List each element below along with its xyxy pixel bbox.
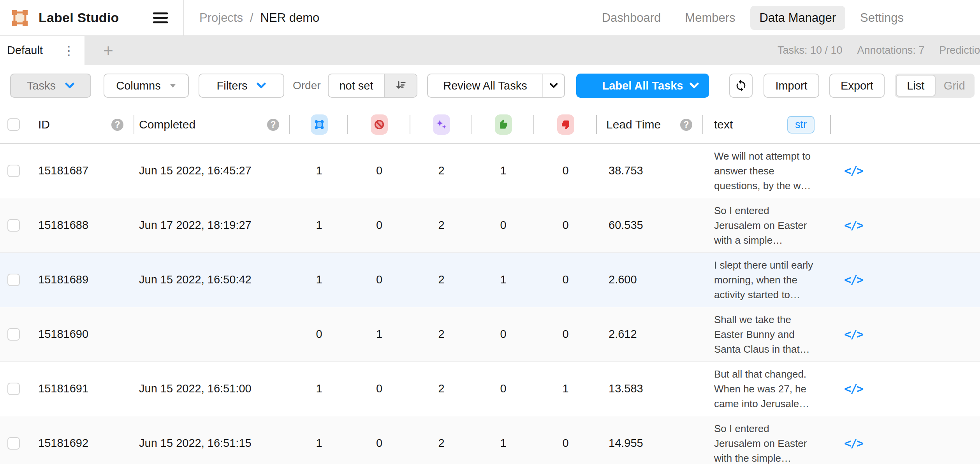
tasks-dropdown-button[interactable]: Tasks (10, 74, 91, 98)
code-icon[interactable]: </> (844, 218, 863, 232)
column-lead-time-label: Lead Time (606, 118, 661, 131)
help-icon[interactable]: ? (111, 119, 123, 131)
review-all-tasks-button[interactable]: Review All Tasks (427, 74, 565, 98)
nav-item-dashboard[interactable]: Dashboard (593, 6, 670, 30)
top-bar: Label Studio Projects / NER demo Dashboa… (0, 0, 980, 36)
row-checkbox-cell (0, 307, 27, 361)
cancelled-annotations-icon (371, 114, 388, 135)
code-icon[interactable]: </> (844, 436, 863, 450)
review-dropdown-caret[interactable] (542, 74, 564, 97)
cell-source: </> (831, 416, 876, 464)
row-checkbox-cell (0, 144, 27, 198)
view-toggle-grid[interactable]: Grid (936, 75, 974, 97)
help-icon[interactable]: ? (680, 119, 692, 131)
column-header-accepted[interactable] (472, 106, 534, 143)
cell-lead-time: 38.753 (597, 144, 703, 198)
code-icon[interactable]: </> (844, 273, 863, 286)
select-all-checkbox[interactable] (7, 118, 20, 131)
sort-direction-button[interactable] (384, 74, 417, 97)
column-header-rejected[interactable] (534, 106, 597, 143)
cell-id: 15181689 (27, 253, 134, 307)
cell-rejected: 0 (534, 307, 597, 361)
column-header-text[interactable]: text str (703, 106, 831, 143)
export-button[interactable]: Export (829, 74, 885, 98)
column-type-badge: str (787, 116, 815, 134)
order-value-button[interactable]: not set (328, 74, 417, 98)
cell-accepted: 0 (472, 362, 534, 416)
view-toggle-list[interactable]: List (896, 75, 936, 97)
row-checkbox[interactable] (7, 437, 20, 450)
chevron-down-icon (549, 83, 558, 88)
select-all-checkbox-cell (0, 106, 27, 143)
column-header-completed[interactable]: Completed ? (134, 106, 290, 143)
column-header-cancelled-annotations[interactable] (348, 106, 410, 143)
table-row[interactable]: 15181690 0 1 2 0 0 2.612 Shall we take t… (0, 307, 980, 362)
cell-cancelled: 1 (348, 307, 410, 361)
cell-lead-time: 13.583 (597, 362, 703, 416)
stat-tasks: Tasks: 10 / 10 (778, 44, 843, 56)
add-view-button[interactable]: + (84, 36, 132, 65)
columns-dropdown-label: Columns (116, 79, 160, 92)
order-label: Order (293, 79, 316, 92)
cell-lead-time: 14.955 (597, 416, 703, 464)
row-checkbox[interactable] (7, 328, 20, 341)
code-icon[interactable]: </> (844, 164, 863, 178)
nav-item-members[interactable]: Members (676, 6, 744, 30)
columns-dropdown-button[interactable]: Columns (104, 74, 189, 98)
row-checkbox[interactable] (7, 383, 20, 395)
nav-item-data-manager[interactable]: Data Manager (750, 6, 845, 30)
filters-dropdown-button[interactable]: Filters (199, 74, 284, 98)
cell-text: But all that changed. When he was 27, he… (703, 362, 831, 416)
filters-dropdown-label: Filters (217, 79, 248, 92)
thumbs-up-icon (495, 114, 512, 135)
column-header-id[interactable]: ID ? (27, 106, 134, 143)
code-icon[interactable]: </> (844, 327, 863, 341)
table-row[interactable]: 15181692 Jun 15 2022, 16:51:15 1 0 2 1 0… (0, 416, 980, 464)
label-all-tasks-button[interactable]: Label All Tasks (576, 74, 709, 98)
column-text-label: text (714, 118, 733, 131)
refresh-button[interactable] (729, 74, 753, 98)
column-header-spacer (876, 106, 980, 143)
table-row[interactable]: 15181687 Jun 15 2022, 16:45:27 1 0 2 1 0… (0, 144, 980, 198)
cell-id: 15181687 (27, 144, 134, 198)
tab-stats: Tasks: 10 / 10 Annotations: 7 Prediction… (778, 36, 980, 65)
cell-accepted: 1 (472, 416, 534, 464)
code-icon[interactable]: </> (844, 382, 863, 395)
column-header-predictions[interactable] (410, 106, 472, 143)
import-button[interactable]: Import (764, 74, 819, 98)
nav-item-settings[interactable]: Settings (851, 6, 913, 30)
cell-annotations: 1 (290, 198, 348, 252)
cell-rejected: 0 (534, 144, 597, 198)
table-row[interactable]: 15181691 Jun 15 2022, 16:51:00 1 0 2 0 1… (0, 362, 980, 416)
stat-predictions: Predictions: 20 (939, 44, 980, 56)
refresh-sync-icon (734, 79, 748, 92)
cell-source: </> (831, 198, 876, 252)
breadcrumb: Projects / NER demo (199, 11, 319, 25)
triangle-down-icon (169, 83, 176, 88)
breadcrumb-projects[interactable]: Projects (199, 11, 243, 25)
tab-default-label: Default (7, 44, 43, 57)
row-checkbox[interactable] (7, 274, 20, 286)
column-header-lead-time[interactable]: Lead Time ? (597, 106, 703, 143)
order-value[interactable]: not set (329, 74, 384, 97)
tab-default[interactable]: Default ⋮ (0, 36, 84, 65)
view-tab-bar: Default ⋮ + Tasks: 10 / 10 Annotations: … (0, 36, 980, 65)
chevron-down-icon (257, 83, 266, 89)
cell-lead-time: 2.612 (597, 307, 703, 361)
cell-source: </> (831, 253, 876, 307)
column-header-annotations[interactable] (290, 106, 348, 143)
tab-options-kebab-icon[interactable]: ⋮ (60, 44, 77, 57)
view-mode-toggle: List Grid (895, 74, 975, 98)
cell-completed: Jun 15 2022, 16:51:15 (134, 416, 290, 464)
cell-accepted: 0 (472, 307, 534, 361)
cell-cancelled: 0 (348, 362, 410, 416)
help-icon[interactable]: ? (267, 119, 279, 131)
label-all-tasks-label: Label All Tasks (602, 79, 683, 92)
cell-predictions: 2 (410, 253, 472, 307)
row-checkbox[interactable] (7, 165, 20, 177)
table-row[interactable]: 15181688 Jun 17 2022, 18:19:27 1 0 2 0 0… (0, 198, 980, 253)
row-checkbox[interactable] (7, 219, 20, 232)
hamburger-menu-icon[interactable] (153, 12, 168, 23)
cell-rejected: 1 (534, 362, 597, 416)
table-row[interactable]: 15181689 Jun 15 2022, 16:50:42 1 0 2 1 0… (0, 253, 980, 307)
